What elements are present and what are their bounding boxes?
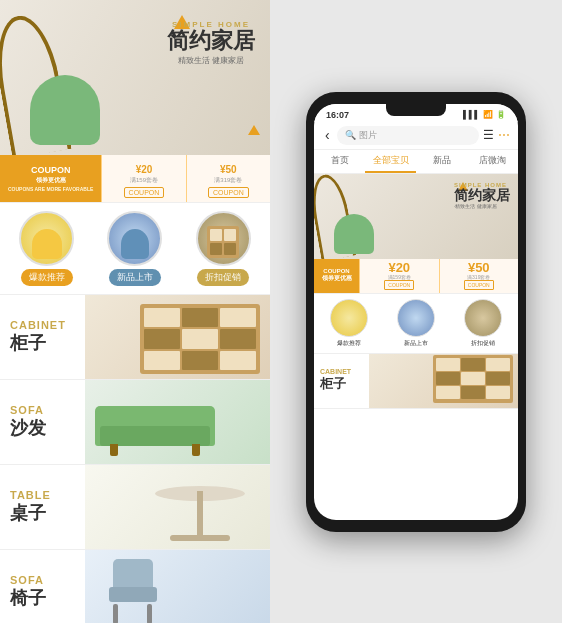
phone-content: SIMPLE HOME 简约家居 ·精致生活 健康家居 COUPON 领券更优惠…	[314, 174, 518, 520]
search-placeholder: 图片	[359, 129, 377, 142]
phone-coupon-btn-1[interactable]: COUPON	[384, 280, 414, 290]
phone-coupon-amt-2: ¥50	[468, 261, 490, 274]
phone-cat-1[interactable]: 新品上市	[384, 299, 448, 348]
cabinet-shelf-visual	[140, 304, 260, 374]
sofa-shape	[95, 401, 215, 456]
category-item-1[interactable]: 新品上市	[93, 211, 176, 286]
category-row: 爆款推荐 新品上市 折扣促销	[0, 203, 270, 295]
signal-icon: ▌▌▌	[463, 110, 480, 119]
sofa-label-en: SOFA	[10, 404, 75, 416]
hero-subtitle-chinese: 精致生活 健康家居	[167, 55, 255, 66]
tab-all-items[interactable]: 全部宝贝	[365, 150, 416, 173]
app-nav-bar: ‹ 🔍 图片 ☰ ⋯	[314, 122, 518, 150]
phone-cat-circle-1	[397, 299, 435, 337]
coupon-button-2[interactable]: COUPON	[208, 187, 249, 198]
cabinet-section[interactable]: CABINET 柜子	[0, 295, 270, 380]
menu-icon[interactable]: ☰	[483, 128, 494, 142]
cabinet-image	[85, 295, 270, 379]
phone-coupon-item-2[interactable]: ¥50 满319套卷 COUPON	[439, 259, 519, 293]
table-label-cn: 桌子	[10, 501, 75, 525]
sofa-label-block: SOFA 沙发	[0, 380, 85, 464]
chair-decoration	[30, 75, 100, 145]
phone-coupon-row: COUPON 领券更优惠 ¥20 满159套卷 COUPON ¥50 满319套…	[314, 259, 518, 294]
phone-cat-0[interactable]: 爆款推荐	[317, 299, 381, 348]
category-item-2[interactable]: 折扣促销	[182, 211, 265, 286]
coupon-title: COUPON	[31, 165, 71, 175]
nav-action-icons: ☰ ⋯	[483, 128, 510, 142]
table-section[interactable]: TABLE 桌子	[0, 465, 270, 550]
phone-device: 16:07 ▌▌▌ 📶 🔋 ‹ 🔍 图片 ☰ ⋯	[306, 92, 526, 532]
chair-shape	[105, 559, 160, 623]
table-label-block: TABLE 桌子	[0, 465, 85, 549]
coupon-subtitle: 领券更优惠	[36, 176, 66, 185]
right-panel: 16:07 ▌▌▌ 📶 🔋 ‹ 🔍 图片 ☰ ⋯	[270, 0, 562, 623]
category-label-1: 新品上市	[109, 269, 161, 286]
coupon-item-1[interactable]: ¥20 满159套卷 COUPON	[101, 155, 185, 202]
coupon-label-block: COUPON 领券更优惠 COUPONS ARE MORE FAVORABLE	[0, 155, 101, 202]
search-icon: 🔍	[345, 130, 356, 140]
phone-cabinet-shape	[433, 355, 513, 403]
sofa-image	[85, 380, 270, 464]
phone-coupon-btn-2[interactable]: COUPON	[464, 280, 494, 290]
phone-cabinet-section[interactable]: CABINET 柜子	[314, 354, 518, 409]
chair-leg-fr	[147, 604, 152, 623]
sofa-seat	[100, 426, 210, 446]
sofa-leg-right	[192, 444, 200, 456]
wifi-icon: 📶	[483, 110, 493, 119]
phone-cabinet-cn: 柜子	[320, 375, 363, 393]
coupon-item-2[interactable]: ¥50 满319套卷 COUPON	[186, 155, 270, 202]
cabinet-label-cn: 柜子	[10, 331, 75, 355]
chair-section[interactable]: SOFA 椅子	[0, 550, 270, 623]
sofa-label-cn: 沙发	[10, 416, 75, 440]
cabinet-shape	[140, 304, 260, 374]
hero-text: SIMPLE HOME 简约家居 精致生活 健康家居	[167, 20, 255, 66]
coupon-amount-1: ¥20	[136, 160, 153, 176]
category-circle-2	[196, 211, 251, 266]
tab-bar: 首页 全部宝贝 新品 店微淘	[314, 150, 518, 174]
status-icons: ▌▌▌ 📶 🔋	[463, 110, 506, 119]
phone-cat-label-1: 新品上市	[404, 339, 428, 348]
chair-label-block: SOFA 椅子	[0, 550, 85, 623]
category-circle-0	[19, 211, 74, 266]
phone-screen: 16:07 ▌▌▌ 📶 🔋 ‹ 🔍 图片 ☰ ⋯	[314, 104, 518, 520]
coupon-button-1[interactable]: COUPON	[124, 187, 165, 198]
table-leg-center	[197, 491, 203, 541]
table-shape	[150, 471, 250, 541]
sofa-section[interactable]: SOFA 沙发	[0, 380, 270, 465]
triangle-decoration-2	[248, 125, 260, 135]
phone-hero-text: SIMPLE HOME 简约家居 ·精致生活 健康家居	[454, 182, 510, 209]
phone-category-row: 爆款推荐 新品上市 折扣促销	[314, 294, 518, 354]
phone-cabinet-label: CABINET 柜子	[314, 354, 369, 408]
phone-title-cn: 简约家居	[454, 188, 510, 203]
phone-cabinet-en: CABINET	[320, 368, 363, 375]
phone-cat-label-0: 爆款推荐	[337, 339, 361, 348]
more-icon[interactable]: ⋯	[498, 128, 510, 142]
search-box[interactable]: 🔍 图片	[337, 126, 479, 145]
cabinet-label-en: CABINET	[10, 319, 75, 331]
chair-seat	[109, 587, 157, 602]
chair-leg-fl	[113, 604, 118, 623]
back-button[interactable]: ‹	[322, 127, 333, 143]
table-label-en: TABLE	[10, 489, 75, 501]
tab-home[interactable]: 首页	[314, 150, 365, 173]
category-item-0[interactable]: 爆款推荐	[5, 211, 88, 286]
phone-cat-circle-0	[330, 299, 368, 337]
category-label-0: 爆款推荐	[21, 269, 73, 286]
coupon-amount-2: ¥50	[220, 160, 237, 176]
phone-cat-2[interactable]: 折扣促销	[451, 299, 515, 348]
phone-coupon-item-1[interactable]: ¥20 满159套卷 COUPON	[359, 259, 439, 293]
hero-banner: SIMPLE HOME 简约家居 精致生活 健康家居	[0, 0, 270, 155]
phone-coupon-amt-1: ¥20	[388, 261, 410, 274]
phone-hero-banner: SIMPLE HOME 简约家居 ·精致生活 健康家居	[314, 174, 518, 259]
tab-new[interactable]: 新品	[416, 150, 467, 173]
sofa-leg-left	[110, 444, 118, 456]
battery-icon: 🔋	[496, 110, 506, 119]
chair-image	[85, 550, 270, 623]
chair-label-cn: 椅子	[10, 586, 75, 610]
tab-store[interactable]: 店微淘	[467, 150, 518, 173]
coupon-condition-1: 满159套卷	[130, 176, 158, 185]
table-image	[85, 465, 270, 549]
phone-chair-deco	[334, 214, 374, 254]
cabinet-label-block: CABINET 柜子	[0, 295, 85, 379]
hero-title-chinese: 简约家居	[167, 29, 255, 53]
